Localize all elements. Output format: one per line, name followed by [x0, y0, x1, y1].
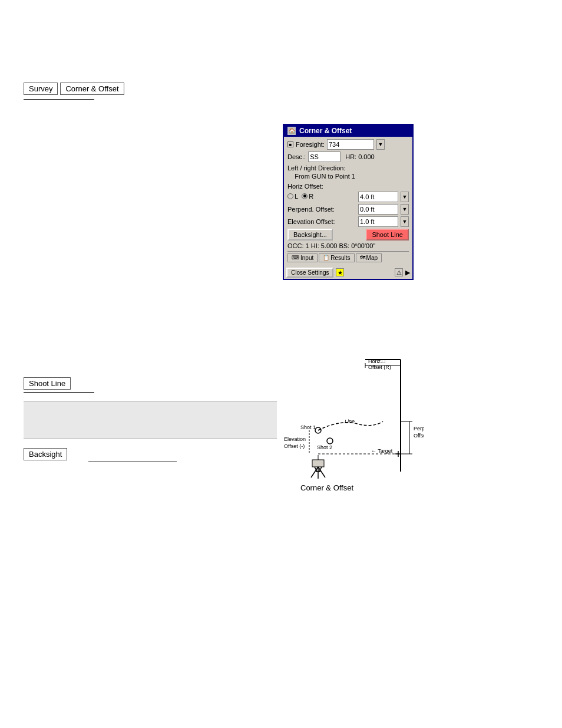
- backsight-button[interactable]: Backsight...: [287, 229, 333, 241]
- corner-offset-diagram: Horiz.□ Offset (R) Shot 1 Shot 2 Line Pe…: [283, 354, 424, 489]
- dialog-body: ■ Foresight: ▼ Desc.: HR: 0.000 Left / r…: [284, 137, 412, 266]
- tab-input[interactable]: ⌨ Input: [287, 253, 318, 262]
- diagram-svg: Horiz.□ Offset (R) Shot 1 Shot 2 Line Pe…: [283, 354, 424, 489]
- corner-offset-dialog: 🏠 Corner & Offset ■ Foresight: ▼ Desc.: …: [283, 124, 414, 280]
- shoot-line-underline: [24, 392, 94, 393]
- radio-r[interactable]: [302, 193, 308, 199]
- horiz-offset-input[interactable]: [358, 192, 398, 202]
- dialog-titlebar: 🏠 Corner & Offset: [284, 125, 412, 137]
- horiz-offset-label-row: Horiz Offset:: [287, 183, 409, 190]
- svg-text:Horiz.□: Horiz.□: [368, 358, 386, 364]
- horiz-radio-row: L R ▼: [287, 192, 409, 202]
- shoot-line-button[interactable]: Shoot Line: [366, 229, 409, 241]
- foresight-input[interactable]: [327, 139, 374, 150]
- radio-r-item[interactable]: R: [302, 193, 313, 200]
- backsight-section-label: Backsight: [24, 448, 67, 460]
- horiz-radio-group: L R: [287, 193, 313, 200]
- direction-value: From GUN to Point 1: [295, 173, 355, 180]
- input-tab-icon: ⌨: [292, 255, 299, 261]
- elevation-row: Elevation Offset: ▼: [287, 216, 409, 227]
- radio-l[interactable]: [287, 193, 293, 199]
- foresight-label: Foresight:: [296, 141, 325, 148]
- radio-l-item[interactable]: L: [287, 193, 298, 200]
- warning-icon: ⚠: [395, 268, 403, 276]
- dialog-title: Corner & Offset: [299, 127, 352, 135]
- results-tab-icon: 📋: [323, 255, 329, 261]
- breadcrumb: Survey Corner & Offset: [24, 83, 124, 95]
- arrow-right-icon: ▶: [405, 269, 410, 276]
- foresight-row: ■ Foresight: ▼: [287, 139, 409, 150]
- tab-input-label: Input: [300, 255, 313, 261]
- svg-text:Shot 2: Shot 2: [317, 444, 332, 450]
- close-settings-button[interactable]: Close Settings: [286, 268, 333, 278]
- tab-results-label: Results: [330, 255, 350, 261]
- svg-text:Elevation: Elevation: [284, 436, 306, 442]
- desc-label: Desc.:: [287, 153, 306, 160]
- yellow-star-icon[interactable]: ★: [336, 268, 344, 276]
- tab-results[interactable]: 📋 Results: [319, 253, 354, 262]
- svg-text:Shot 1: Shot 1: [300, 424, 316, 430]
- direction-text: Left / right Direction: From GUN to Poin…: [287, 164, 409, 181]
- radio-l-label: L: [295, 193, 298, 200]
- occ-text: OCC: 1 HI: 5.000 BS: 0°00'00": [287, 242, 409, 249]
- tab-map-label: Map: [366, 255, 378, 261]
- svg-text:Offset (R): Offset (R): [368, 364, 391, 370]
- svg-point-11: [327, 438, 333, 444]
- breadcrumb-corner-offset[interactable]: Corner & Offset: [60, 83, 124, 95]
- direction-label: Left / right Direction:: [287, 164, 345, 172]
- perpend-dropdown[interactable]: ▼: [401, 204, 409, 215]
- backsight-underline: [88, 462, 177, 462]
- dialog-tabs: ⌨ Input 📋 Results 🗺 Map: [287, 253, 409, 262]
- map-tab-icon: 🗺: [360, 255, 365, 261]
- desc-row: Desc.: HR: 0.000: [287, 151, 409, 162]
- svg-line-29: [318, 467, 325, 477]
- perpend-label: Perpend. Offset:: [287, 206, 335, 213]
- foresight-dropdown[interactable]: ▼: [376, 139, 385, 150]
- elevation-input[interactable]: [358, 216, 398, 227]
- perpend-input[interactable]: [358, 204, 398, 215]
- horiz-offset-label: Horiz Offset:: [287, 183, 323, 190]
- radio-r-label: R: [309, 193, 313, 200]
- horiz-dropdown[interactable]: ▼: [401, 192, 409, 202]
- svg-line-27: [311, 467, 318, 477]
- svg-text:Perpend.: Perpend.: [414, 426, 424, 431]
- svg-text:Offset (-): Offset (-): [414, 433, 424, 439]
- svg-text:Offset (-): Offset (-): [284, 443, 305, 449]
- breadcrumb-survey[interactable]: Survey: [24, 83, 58, 95]
- perpend-row: Perpend. Offset: ▼: [287, 204, 409, 215]
- tab-map[interactable]: 🗺 Map: [356, 253, 382, 262]
- dialog-divider: [287, 251, 409, 252]
- breadcrumb-underline: [24, 99, 94, 100]
- button-row: Backsight... Shoot Line: [287, 229, 409, 241]
- dialog-bottom-bar: Close Settings ★ ⚠ ▶: [284, 266, 412, 279]
- svg-text:← Target: ← Target: [371, 448, 393, 454]
- foresight-checkbox[interactable]: ■: [287, 141, 293, 147]
- dialog-title-icon: 🏠: [287, 127, 296, 135]
- hr-label: HR: 0.000: [345, 153, 375, 160]
- gray-content-box: [24, 401, 277, 439]
- shoot-line-label: Shoot Line: [24, 377, 71, 390]
- desc-input[interactable]: [308, 151, 340, 162]
- svg-rect-22: [312, 460, 324, 467]
- elevation-dropdown[interactable]: ▼: [401, 216, 409, 227]
- svg-text:Line: Line: [345, 419, 355, 424]
- diagram-caption: Corner & Offset: [300, 483, 353, 492]
- elevation-label: Elevation Offset:: [287, 218, 335, 225]
